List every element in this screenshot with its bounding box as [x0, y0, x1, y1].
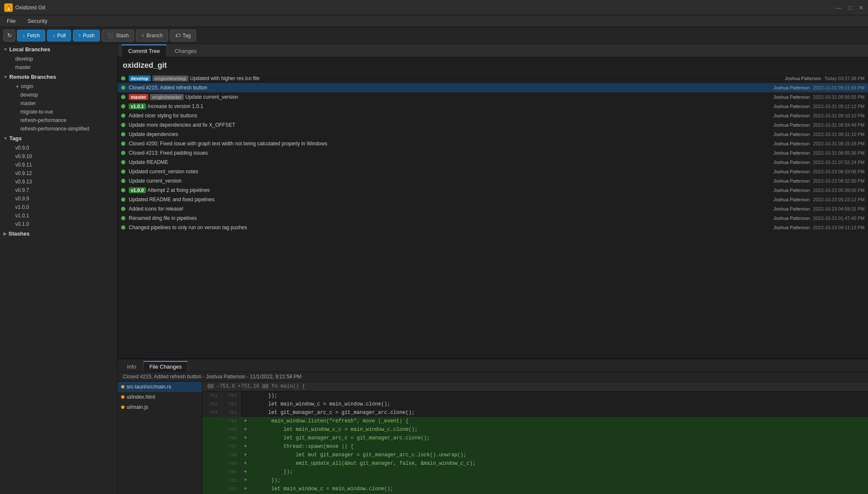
file-item[interactable]: ui/index.html [118, 392, 202, 402]
file-item[interactable]: ui/main.js [118, 402, 202, 412]
remote-branches-arrow: ▼ [3, 75, 8, 79]
commit-badge-local: develop [129, 75, 151, 81]
maximize-button[interactable]: □ [849, 4, 852, 11]
tag-label: Tag [182, 33, 191, 39]
commit-message: Closed #200; Fixed issue with graph text… [129, 141, 770, 147]
local-branches-arrow: ▼ [3, 47, 8, 52]
commit-row[interactable]: Renamed dmg file in pipelinesJoshua Patt… [118, 214, 868, 223]
sidebar-item-origin-develop[interactable]: develop [0, 91, 117, 99]
local-branches-label: Local Branches [9, 46, 50, 53]
sidebar-tag-v100[interactable]: v1.0.0 [0, 203, 117, 211]
remote-branches-header[interactable]: ▼ Remote Branches [0, 72, 117, 82]
tag-icon: 🏷 [175, 33, 180, 39]
commit-message: Closed #215; Added refresh button [129, 85, 770, 91]
commit-message: Update current_version [185, 94, 770, 100]
sidebar-tag-v0911[interactable]: v0.9.11 [0, 161, 117, 169]
tab-commit-tree[interactable]: Commit Tree [121, 44, 167, 57]
push-button[interactable]: ↑ Push [73, 30, 100, 42]
sidebar-tag-v101[interactable]: v1.0.1 [0, 211, 117, 220]
commit-row[interactable]: Updated current_version notesJoshua Patt… [118, 167, 868, 176]
file-item[interactable]: src-tauri/src/main.rs [118, 382, 202, 392]
commit-meta: Joshua Patterson2022-10-23 08:33:06 PM [774, 169, 865, 174]
sidebar-item-origin[interactable]: ▼ origin [0, 82, 117, 91]
diff-line-num-new: 756 [221, 434, 240, 442]
fetch-label: Fetch [27, 33, 40, 39]
bottom-content: src-tauri/src/main.rsui/index.htmlui/mai… [118, 382, 868, 494]
commit-message: Updated README and fixed pipelines [129, 197, 770, 203]
commit-row[interactable]: Update more dependencies and fix X_OFFSE… [118, 120, 868, 130]
commit-dot [121, 114, 125, 118]
branch-button[interactable]: ⑂ Branch [136, 30, 168, 42]
stashes-header[interactable]: ▶ Stashes [0, 228, 117, 239]
sidebar-item-develop[interactable]: develop [0, 55, 117, 63]
pull-button[interactable]: ↓ Pull [47, 30, 71, 42]
commit-row[interactable]: Closed #213; Fixed padding issuesJoshua … [118, 148, 868, 158]
close-button[interactable]: ✕ [859, 4, 864, 11]
commit-row[interactable]: Update READMEJoshua Patterson2022-10-31 … [118, 158, 868, 167]
sidebar-tag-v097[interactable]: v0.9.7 [0, 186, 117, 194]
commit-row[interactable]: Update dependenciesJoshua Patterson2022-… [118, 130, 868, 139]
bottom-tab-file-changes[interactable]: File Changes [143, 361, 188, 372]
sidebar-tag-v010[interactable]: v0.1.0 [0, 220, 117, 228]
diff-line-content: + }); [240, 468, 868, 476]
sidebar-item-origin-refresh-perf-simplified[interactable]: refresh-performance-simplified [0, 125, 117, 133]
commit-list[interactable]: developorigin/developUpdated with higher… [118, 74, 868, 358]
sidebar-item-origin-migrate[interactable]: migrate-to-vue [0, 108, 117, 116]
tab-changes[interactable]: Changes [168, 45, 203, 57]
file-list[interactable]: src-tauri/src/main.rsui/index.htmlui/mai… [118, 382, 202, 494]
sidebar-tag-v0913[interactable]: v0.9.13 [0, 178, 117, 186]
diff-line-num-new: 751 [221, 391, 240, 400]
menu-file[interactable]: File [4, 17, 18, 25]
commit-row[interactable]: v1.0.0Attempt 2 at fixing pipelinesJoshu… [118, 186, 868, 195]
local-branches-header[interactable]: ▼ Local Branches [0, 44, 117, 55]
bottom-tab-info[interactable]: Info [121, 362, 142, 372]
commit-meta: Joshua Patterson2022-10-23 08:32:00 PM [774, 178, 865, 183]
commit-message: Updated current_version notes [129, 169, 770, 175]
file-name: ui/index.html [127, 394, 155, 400]
commit-row[interactable]: Update current_versionJoshua Patterson20… [118, 176, 868, 186]
sidebar-item-master[interactable]: master [0, 63, 117, 72]
commit-row[interactable]: Added nicer styling for buttonsJoshua Pa… [118, 111, 868, 120]
sidebar-tag-v099[interactable]: v0.9.9 [0, 194, 117, 203]
commit-row[interactable]: Updated README and fixed pipelinesJoshua… [118, 195, 868, 204]
diff-line: 755+ let main_window_c_c = main_window_c… [202, 425, 868, 434]
commit-message: Closed #213; Fixed padding issues [129, 150, 770, 156]
content-area: Commit Tree Changes oxidized_git develop… [118, 44, 868, 494]
tag-button[interactable]: 🏷 Tag [170, 30, 196, 42]
bottom-tabs: Info File Changes [118, 359, 868, 372]
tab-commit-tree-label: Commit Tree [128, 48, 160, 54]
diff-line: 760+ }); [202, 468, 868, 476]
sidebar-item-origin-refresh-perf[interactable]: refresh-performance [0, 116, 117, 125]
commit-row[interactable]: Closed #200; Fixed issue with graph text… [118, 139, 868, 148]
sidebar-tag-v090[interactable]: v0.9.0 [0, 144, 117, 152]
diff-line-num-new: 753 [221, 408, 240, 417]
window-controls[interactable]: — □ ✕ [836, 4, 864, 11]
diff-view[interactable]: @@ -751,6 +751,16 @@ fn main() { 751751 … [202, 382, 868, 494]
commit-row[interactable]: v1.0.1Increase to version 1.0.1Joshua Pa… [118, 102, 868, 111]
commit-row[interactable]: masterorigin/masterUpdate current_versio… [118, 92, 868, 102]
commit-meta: Joshua Patterson2022-10-23 01:47:45 PM [774, 216, 865, 221]
commit-row[interactable]: Closed #215; Added refresh buttonJoshua … [118, 83, 868, 92]
app-icon: 🔥 [4, 3, 13, 12]
tags-header[interactable]: ▼ Tags [0, 133, 117, 144]
commit-row[interactable]: Changed pipelines to only run on version… [118, 223, 868, 232]
diff-line-content: let main_window_c = main_window.clone(); [240, 400, 868, 408]
diff-line-num-new: 755 [221, 425, 240, 434]
sidebar-tag-v0910[interactable]: v0.9.10 [0, 152, 117, 161]
stash-label: Stash [116, 33, 129, 39]
commit-meta: Joshua Patterson2022-10-31 08:34:49 PM [774, 122, 865, 128]
stash-button[interactable]: ⬛ Stash [102, 30, 134, 42]
commit-dot [121, 169, 125, 174]
diff-line: 756+ let git_manager_arc_c = git_manager… [202, 434, 868, 442]
sidebar-tag-v0912[interactable]: v0.9.12 [0, 169, 117, 178]
commit-row[interactable]: developorigin/developUpdated with higher… [118, 74, 868, 83]
commit-row[interactable]: Added icons for release!Joshua Patterson… [118, 204, 868, 214]
menu-security[interactable]: Security [25, 17, 50, 25]
minimize-button[interactable]: — [836, 4, 842, 11]
refresh-button[interactable]: ↻ [3, 30, 15, 42]
sidebar-item-origin-master[interactable]: master [0, 99, 117, 108]
commit-dot [121, 86, 125, 90]
diff-line-num-new: 758 [221, 451, 240, 459]
fetch-button[interactable]: ↓ Fetch [17, 30, 45, 42]
diff-line-num-old [202, 434, 221, 442]
